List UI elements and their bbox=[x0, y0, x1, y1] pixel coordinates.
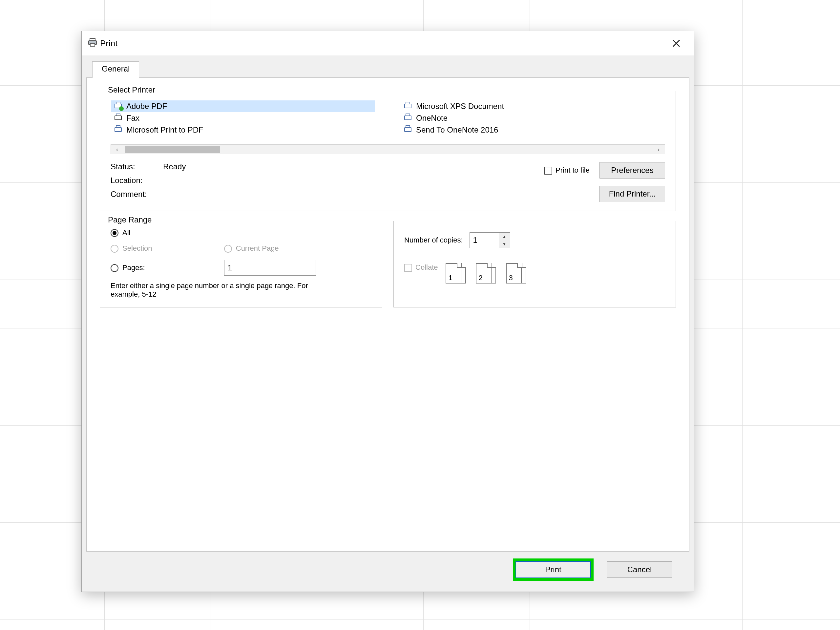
radio-icon bbox=[111, 264, 118, 272]
checkbox-icon bbox=[544, 167, 552, 175]
printer-list[interactable]: Adobe PDF Fax Microsoft Print to PDF bbox=[111, 98, 665, 139]
page-range-legend: Page Range bbox=[105, 215, 154, 224]
printer-label: Send To OneNote 2016 bbox=[416, 125, 498, 134]
cancel-button[interactable]: Cancel bbox=[607, 561, 672, 578]
print-button[interactable]: Print bbox=[515, 561, 591, 578]
printer-item-fax[interactable]: Fax bbox=[111, 112, 375, 124]
page-range-group: Page Range All Selection Current Page Pa… bbox=[100, 221, 382, 308]
close-button[interactable] bbox=[665, 35, 688, 52]
print-to-file-label: Print to file bbox=[556, 166, 590, 174]
copies-input[interactable] bbox=[470, 233, 499, 248]
printer-label: OneNote bbox=[416, 114, 448, 123]
pages-input[interactable] bbox=[224, 260, 316, 276]
printer-item-ms-print-to-pdf[interactable]: Microsoft Print to PDF bbox=[111, 124, 375, 136]
scroll-thumb[interactable] bbox=[125, 146, 220, 153]
radio-icon bbox=[111, 229, 118, 237]
svg-rect-2 bbox=[90, 43, 95, 46]
select-printer-legend: Select Printer bbox=[105, 85, 158, 95]
select-printer-group: Select Printer Adobe PDF Fax bbox=[100, 91, 676, 211]
collate-checkbox: Collate bbox=[404, 263, 438, 272]
printer-item-adobe-pdf[interactable]: Adobe PDF bbox=[111, 100, 375, 112]
comment-label: Comment: bbox=[111, 189, 163, 199]
radio-all[interactable]: All bbox=[111, 228, 208, 237]
printer-list-scrollbar[interactable]: ‹ › bbox=[111, 144, 665, 154]
scroll-left-icon[interactable]: ‹ bbox=[111, 146, 123, 153]
printer-icon bbox=[403, 114, 413, 122]
dialog-title: Print bbox=[98, 38, 117, 49]
spinner-down-icon[interactable]: ▼ bbox=[499, 240, 510, 248]
printer-label: Fax bbox=[126, 114, 139, 123]
printer-icon bbox=[88, 38, 98, 49]
checkbox-icon bbox=[404, 264, 412, 272]
status-value: Ready bbox=[163, 162, 222, 171]
printer-item-xps[interactable]: Microsoft XPS Document bbox=[401, 100, 665, 112]
printer-label: Microsoft Print to PDF bbox=[126, 125, 204, 134]
preferences-button[interactable]: Preferences bbox=[600, 162, 665, 178]
printer-icon bbox=[403, 126, 413, 134]
print-to-file-checkbox[interactable]: Print to file bbox=[544, 166, 590, 175]
tab-general[interactable]: General bbox=[92, 62, 139, 78]
copies-group: Number of copies: ▲ ▼ Collate bbox=[393, 221, 676, 308]
radio-icon bbox=[111, 245, 118, 253]
spinner-up-icon[interactable]: ▲ bbox=[499, 233, 510, 240]
fax-icon bbox=[113, 114, 123, 122]
printer-icon bbox=[113, 126, 123, 134]
page-range-hint: Enter either a single page number or a s… bbox=[111, 281, 314, 298]
radio-pages[interactable]: Pages: bbox=[111, 264, 208, 272]
tabstrip: General bbox=[86, 60, 689, 78]
copies-label: Number of copies: bbox=[404, 236, 463, 245]
copies-spinner[interactable]: ▲ ▼ bbox=[469, 232, 510, 248]
tutorial-highlight: Print bbox=[513, 559, 594, 581]
collate-illustration: 11 22 33 bbox=[445, 263, 529, 287]
print-dialog: Print General Select Printer Adobe PDF bbox=[81, 31, 694, 592]
printer-label: Adobe PDF bbox=[126, 102, 167, 111]
printer-icon bbox=[113, 103, 123, 110]
titlebar: Print bbox=[82, 31, 694, 55]
printer-icon bbox=[403, 103, 413, 110]
radio-current-page: Current Page bbox=[224, 244, 371, 253]
location-label: Location: bbox=[111, 176, 163, 185]
dialog-footer: Print Cancel bbox=[86, 551, 689, 588]
printer-label: Microsoft XPS Document bbox=[416, 102, 504, 111]
printer-item-onenote[interactable]: OneNote bbox=[401, 112, 665, 124]
scroll-right-icon[interactable]: › bbox=[652, 146, 665, 153]
radio-selection: Selection bbox=[111, 244, 208, 253]
find-printer-button[interactable]: Find Printer... bbox=[600, 186, 665, 202]
printer-item-send-to-onenote[interactable]: Send To OneNote 2016 bbox=[401, 124, 665, 136]
radio-icon bbox=[224, 245, 232, 253]
collate-label: Collate bbox=[415, 263, 438, 272]
status-label: Status: bbox=[111, 162, 163, 171]
